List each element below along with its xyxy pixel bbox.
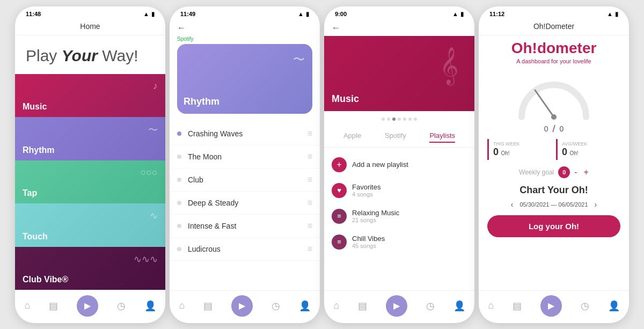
- status-bar-2: 11:49 ▲ ▮: [170, 6, 320, 20]
- play-tab-button-2[interactable]: ▶: [231, 295, 253, 317]
- profile-tab-icon-4[interactable]: 👤: [608, 300, 620, 312]
- gauge-area: [487, 69, 620, 128]
- phone-ohdometer: 11:12 ▲ ▮ Oh!Dometer Oh!dometer A dashbo…: [479, 6, 629, 323]
- playlist-item-2[interactable]: Club ≡: [170, 169, 320, 192]
- home-tab-icon-4[interactable]: ⌂: [488, 300, 494, 311]
- avg-value: 0 Oh!: [562, 147, 616, 158]
- menu-icon-5[interactable]: ≡: [308, 244, 312, 254]
- profile-tab-icon-3[interactable]: 👤: [453, 300, 465, 312]
- timer-tab-icon-2[interactable]: ◷: [272, 300, 280, 312]
- playlist-item-3[interactable]: Deep & Steady ≡: [170, 192, 320, 215]
- home-screen: Play Your Way! ♪ Music 〜 Rhythm ○○○ Tap …: [15, 35, 165, 290]
- rhythm-header-card: 〜 Rhythm: [177, 44, 312, 114]
- date-next-button[interactable]: ›: [595, 200, 597, 209]
- dot-4: [398, 118, 401, 121]
- tab-playlists[interactable]: Playlists: [429, 131, 455, 143]
- menu-icon-1[interactable]: ≡: [308, 152, 312, 162]
- play-tab-button[interactable]: ▶: [77, 295, 98, 317]
- chart-title-em: Oh!: [572, 185, 588, 195]
- home-tab-icon-3[interactable]: ⌂: [333, 300, 339, 311]
- back-button-3[interactable]: ←: [324, 20, 474, 36]
- home-tab-icon[interactable]: ⌂: [24, 300, 30, 311]
- menu-icon-4[interactable]: ≡: [308, 221, 312, 231]
- chill-icon: ≡: [332, 235, 347, 250]
- time-4: 11:12: [489, 11, 504, 17]
- home-tab-icon-2[interactable]: ⌂: [179, 300, 185, 311]
- chart-title: Chart Your Oh!: [487, 185, 620, 196]
- rhythm-playlist-list: Crashing Waves ≡ The Moon ≡ Club ≡ Deep …: [170, 122, 320, 290]
- menu-icon-0[interactable]: ≡: [308, 129, 312, 138]
- this-week-stat: This week 0 Oh!: [487, 139, 552, 160]
- playlists-content: + Add a new playlist ♥ Favorites 4 songs…: [324, 148, 474, 290]
- goal-badge: 0: [558, 166, 570, 178]
- playlist-item-4[interactable]: Intense & Fast ≡: [170, 215, 320, 238]
- timer-tab-icon[interactable]: ◷: [117, 300, 126, 312]
- log-oh-button[interactable]: Log your Oh!: [487, 215, 620, 237]
- nav-title-1: Home: [80, 22, 100, 31]
- play-tab-button-3[interactable]: ▶: [386, 295, 407, 317]
- relaxing-info: Relaxing Music 21 songs: [352, 209, 399, 223]
- goal-plus-button[interactable]: +: [584, 167, 589, 177]
- rhythm-card-label: Rhythm: [23, 145, 55, 155]
- ohdometer-screen: Oh!dometer A dashboard for your lovelife…: [479, 35, 629, 290]
- dot-2: [387, 118, 390, 121]
- playlist-relaxing[interactable]: ≡ Relaxing Music 21 songs: [324, 203, 474, 229]
- rhythm-header-label: Rhythm: [184, 96, 219, 107]
- dot-1: [382, 118, 385, 121]
- spotify-label: Spotify: [170, 36, 320, 44]
- music-card-rhythm[interactable]: 〜 Rhythm: [15, 117, 165, 160]
- music-card-tap[interactable]: ○○○ Tap: [15, 160, 165, 204]
- dot-7: [414, 118, 417, 121]
- playlist-name-2: Club: [188, 176, 308, 184]
- list-tab-icon[interactable]: ▤: [49, 300, 58, 312]
- list-tab-icon-4[interactable]: ▤: [513, 300, 522, 312]
- timer-tab-icon-3[interactable]: ◷: [426, 300, 435, 312]
- status-bar-3: 9:00 ▲ ▮: [324, 6, 474, 20]
- oh-title: Oh!dometer: [487, 35, 620, 58]
- back-button-2[interactable]: ←: [170, 20, 320, 36]
- active-dot-icon: [177, 131, 181, 136]
- relaxing-icon: ≡: [332, 209, 347, 224]
- wifi-icon-4: ▲: [607, 11, 613, 17]
- svg-line-0: [535, 90, 554, 117]
- music-card-clubvibe[interactable]: ∿∿∿ Club Vibe®: [15, 247, 165, 290]
- tab-spotify[interactable]: Spotify: [385, 131, 406, 143]
- playlist-item-0[interactable]: Crashing Waves ≡: [170, 122, 320, 145]
- favorites-icon: ♥: [332, 183, 347, 198]
- nav-bar-4: Oh!Dometer: [479, 20, 629, 35]
- list-tab-icon-2[interactable]: ▤: [203, 300, 213, 312]
- touch-icon: ∿: [150, 210, 158, 222]
- music-note-icon: ♪: [153, 81, 158, 92]
- music-card-music[interactable]: ♪ Music: [15, 74, 165, 118]
- status-icons-1: ▲ ▮: [143, 11, 155, 18]
- playlist-item-5[interactable]: Ludicrous ≡: [170, 238, 320, 261]
- add-playlist-row[interactable]: + Add a new playlist: [324, 152, 474, 178]
- playlist-item-1[interactable]: The Moon ≡: [170, 145, 320, 169]
- music-card-touch[interactable]: ∿ Touch: [15, 203, 165, 247]
- this-week-num: 0: [493, 147, 499, 157]
- phone-rhythm: 11:49 ▲ ▮ ← Spotify 〜 Rhythm Crashing Wa…: [170, 6, 320, 323]
- timer-tab-icon-4[interactable]: ◷: [581, 300, 589, 312]
- goal-minus-button[interactable]: -: [574, 167, 577, 177]
- menu-icon-3[interactable]: ≡: [308, 198, 312, 208]
- inactive-dot-icon-1: [177, 155, 181, 159]
- playlists-screen: ← 𝄞 Music Apple Spotify Playl: [324, 20, 474, 290]
- profile-tab-icon[interactable]: 👤: [144, 300, 156, 312]
- profile-tab-icon-2[interactable]: 👤: [299, 300, 311, 312]
- battery-icon-2: ▮: [306, 11, 309, 18]
- playlist-favorites[interactable]: ♥ Favorites 4 songs: [324, 178, 474, 203]
- tap-icon: ○○○: [140, 167, 158, 178]
- list-tab-icon-3[interactable]: ▤: [358, 300, 367, 312]
- avg-label: AVG/week: [562, 141, 616, 147]
- playlist-chill[interactable]: ≡ Chill Vibes 45 songs: [324, 229, 474, 255]
- menu-icon-2[interactable]: ≡: [308, 175, 312, 185]
- oh-subtitle: A dashboard for your lovelife: [487, 58, 620, 64]
- chart-title-prefix: Chart Your: [519, 185, 571, 195]
- oh-title-prefix: Oh: [511, 40, 532, 56]
- tab-apple[interactable]: Apple: [343, 131, 361, 143]
- this-week-label: This week: [493, 141, 547, 147]
- music-header-label: Music: [332, 93, 359, 105]
- date-prev-button[interactable]: ‹: [511, 200, 514, 209]
- wifi-icon-2: ▲: [298, 11, 304, 17]
- play-tab-button-4[interactable]: ▶: [540, 295, 562, 317]
